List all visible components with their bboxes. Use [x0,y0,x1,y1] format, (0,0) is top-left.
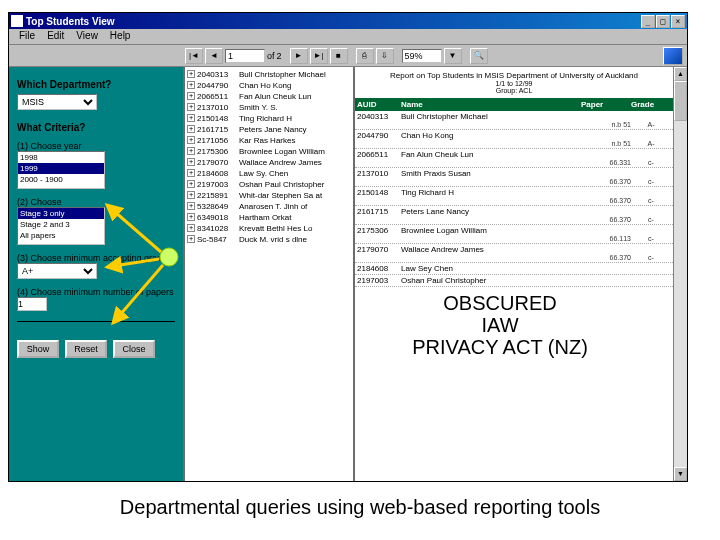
cell-grade [631,207,671,216]
print-button[interactable]: ⎙ [356,48,374,64]
expand-icon[interactable]: + [187,147,195,155]
tree-row[interactable]: +2137010Smith Y. S. [187,102,351,113]
stage-option[interactable]: All papers [18,230,104,241]
expand-icon[interactable]: + [187,125,195,133]
close-panel-button[interactable]: Close [113,340,155,358]
report-header: Report on Top Students in MSIS Departmen… [355,67,673,98]
menu-help[interactable]: Help [104,29,137,44]
show-button[interactable]: Show [17,340,59,358]
stage-option[interactable]: Stage 2 and 3 [18,219,104,230]
scroll-thumb[interactable] [674,81,687,121]
tree-row[interactable]: +2044790Chan Ho Kong [187,80,351,91]
zoom-dropdown[interactable]: ▼ [444,48,462,64]
page-field[interactable] [225,49,265,63]
year-label: (1) Choose year [17,141,175,151]
expand-icon[interactable]: + [187,202,195,210]
nav-next-button[interactable]: ► [290,48,308,64]
report-subtitle: 1/1 to 12/99 [357,80,671,87]
menu-edit[interactable]: Edit [41,29,70,44]
tree-row[interactable]: +2150148Ting Richard H [187,113,351,124]
nav-first-button[interactable]: |◄ [185,48,203,64]
minpapers-input[interactable] [17,297,47,311]
tree-name: Bull Christopher Michael [239,69,351,80]
nav-prev-button[interactable]: ◄ [205,48,223,64]
scroll-track[interactable] [674,81,687,467]
cell-paper [581,207,631,216]
tree-row[interactable]: +2215891Whit-dar Stephen Sa at [187,190,351,201]
tree-row[interactable]: +Sc-5847Duck M. vrid s dlne [187,234,351,245]
year-option[interactable]: 1999 [18,163,104,174]
expand-icon[interactable]: + [187,114,195,122]
expand-icon[interactable]: + [187,180,195,188]
year-listbox[interactable]: 1998 1999 2000 - 1900 [17,151,105,189]
menu-view[interactable]: View [70,29,104,44]
dept-select[interactable]: MSIS [17,94,97,110]
window-title: Top Students View [26,16,640,27]
expand-icon[interactable]: + [187,136,195,144]
cell-paper: 66.113 [581,235,631,242]
report-row: 2137010Smith Praxis Susan66.370c- [355,168,673,187]
tree-row[interactable]: +2184608Law Sy. Chen [187,168,351,179]
tree-id: 2179070 [197,157,239,168]
tree-row[interactable]: +2175306Brownlee Logan William [187,146,351,157]
stage-label: (2) Choose [17,197,175,207]
expand-icon[interactable]: + [187,103,195,111]
scroll-up-button[interactable]: ▲ [674,67,687,81]
tree-row[interactable]: +2171056Kar Ras Harkes [187,135,351,146]
reset-button[interactable]: Reset [65,340,107,358]
export-button[interactable]: ⇩ [376,48,394,64]
find-button[interactable]: 🔍 [470,48,488,64]
cell-grade: c- [631,197,671,204]
expand-icon[interactable]: + [187,224,195,232]
report-scrollbar[interactable]: ▲ ▼ [673,67,687,481]
grade-select[interactable]: A+ [17,263,97,279]
tree-row[interactable]: +5328649Anarosen T. Jinh of [187,201,351,212]
tree-row[interactable]: +2066511Fan Alun Cheuk Lun [187,91,351,102]
report-row: 2175306Brownlee Logan William66.113c- [355,225,673,244]
tree-row[interactable]: +6349018Hartham Orkat [187,212,351,223]
zoom-field[interactable] [402,49,442,63]
tree-row[interactable]: +2179070Wallace Andrew James [187,157,351,168]
cell-name: Smith Praxis Susan [401,169,581,178]
cell-name: Oshan Paul Christopher [401,276,581,285]
report-row: 2040313Bull Christopher Michaeln.b 51A- [355,111,673,130]
expand-icon[interactable]: + [187,158,195,166]
cell-paper [581,169,631,178]
tree-id: 2040313 [197,69,239,80]
tree-id: 2184608 [197,168,239,179]
expand-icon[interactable]: + [187,169,195,177]
minpapers-label: (4) Choose minimum number of papers [17,287,175,297]
tree-name: Fan Alun Cheuk Lun [239,91,351,102]
expand-icon[interactable]: + [187,70,195,78]
scroll-down-button[interactable]: ▼ [674,467,687,481]
tree-row[interactable]: +2040313Bull Christopher Michael [187,69,351,80]
menu-file[interactable]: File [13,29,41,44]
expand-icon[interactable]: + [187,191,195,199]
maximize-button[interactable]: □ [656,15,670,28]
minimize-button[interactable]: _ [641,15,655,28]
cell-grade [631,188,671,197]
dept-question: Which Department? [17,79,175,90]
cell-grade [631,245,671,254]
expand-icon[interactable]: + [187,235,195,243]
stage-listbox[interactable]: Stage 3 only Stage 2 and 3 All papers [17,207,105,245]
close-button[interactable]: × [671,15,685,28]
year-option[interactable]: 2000 - 1900 [18,174,104,185]
stage-option[interactable]: Stage 3 only [18,208,104,219]
tree-row[interactable]: +2197003Oshan Paul Christopher [187,179,351,190]
tree-id: 2161715 [197,124,239,135]
cell-name: Chan Ho Kong [401,131,581,140]
tree-name: Kar Ras Harkes [239,135,351,146]
expand-icon[interactable]: + [187,213,195,221]
tree-name: Duck M. vrid s dlne [239,234,351,245]
nav-last-button[interactable]: ►| [310,48,328,64]
cell-grade [631,131,671,140]
column-header: AUID Name Paper Grade [355,98,673,111]
year-option[interactable]: 1998 [18,152,104,163]
stop-button[interactable]: ■ [330,48,348,64]
tree-row[interactable]: +8341028Krevatt Bethl Hes Lo [187,223,351,234]
cell-auid: 2179070 [357,245,401,254]
expand-icon[interactable]: + [187,81,195,89]
expand-icon[interactable]: + [187,92,195,100]
tree-row[interactable]: +2161715Peters Jane Nancy [187,124,351,135]
